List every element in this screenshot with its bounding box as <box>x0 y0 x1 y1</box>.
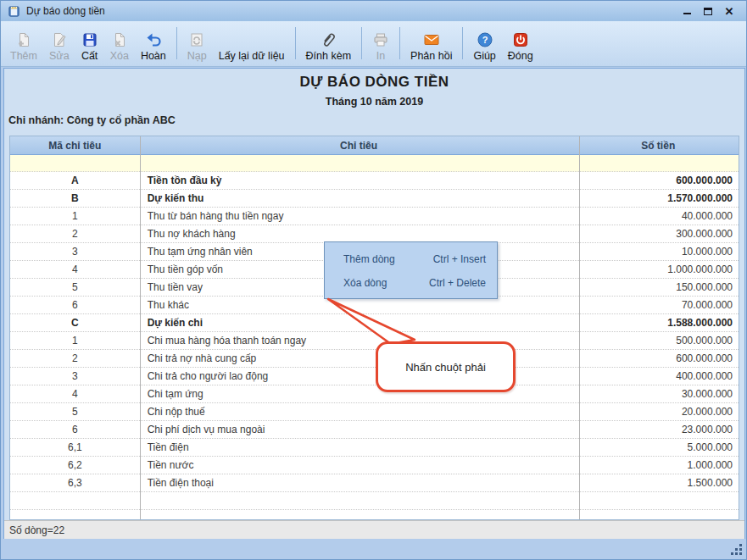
toolbar-separator <box>462 27 463 59</box>
titlebar: Dự báo dòng tiền ✕ <box>1 1 746 21</box>
reload-page-icon <box>188 31 205 48</box>
table-row-empty[interactable] <box>10 492 739 510</box>
table-row[interactable]: 2Thu nợ khách hàng300.000.000 <box>10 225 739 243</box>
minimize-button[interactable] <box>682 6 692 16</box>
printer-icon <box>372 31 389 48</box>
column-divider <box>579 136 580 519</box>
cell-name: Tiền nước <box>140 457 578 474</box>
cell-code: 5 <box>10 403 140 420</box>
toolbar-button-dong[interactable]: Đóng <box>502 24 539 63</box>
cell-code: 3 <box>10 368 140 385</box>
table-row[interactable]: 3Chi trả cho người lao động400.000.000 <box>10 368 739 385</box>
callout-bubble: Nhấn chuột phải <box>376 341 516 392</box>
status-bar: Số dòng=22 <box>4 520 744 539</box>
cell-code: 4 <box>10 261 140 278</box>
toolbar-label: Lấy lại dữ liệu <box>219 51 285 62</box>
table-row[interactable]: 2Chi trả nợ nhà cung cấp600.000.000 <box>10 350 739 368</box>
toolbar-button-them[interactable]: Thêm <box>4 24 43 63</box>
column-header-code[interactable]: Mã chỉ tiêu <box>10 136 140 154</box>
cell-name: Thu nợ khách hàng <box>140 225 578 242</box>
cell-amount: 500.000.000 <box>577 332 739 349</box>
toolbar-button-phan-hoi[interactable]: Phản hồi <box>404 24 458 63</box>
context-menu: Thêm dòng Ctrl + Insert Xóa dòng Ctrl + … <box>324 241 498 299</box>
cell-name: Chi nộp thuế <box>140 403 578 420</box>
toolbar-button-giup[interactable]: ? Giúp <box>467 24 501 63</box>
toolbar-label: Sửa <box>49 51 70 62</box>
cell-amount: 300.000.000 <box>577 225 739 242</box>
cell-code: 4 <box>10 385 140 402</box>
filter-row[interactable] <box>10 155 739 172</box>
toolbar-separator <box>399 27 400 59</box>
envelope-icon <box>423 31 440 48</box>
context-menu-item-add-row[interactable]: Thêm dòng Ctrl + Insert <box>343 252 486 266</box>
resize-grip-icon[interactable] <box>731 544 743 556</box>
table-row[interactable]: 4Chi tạm ứng30.000.000 <box>10 385 739 403</box>
toolbar-button-lay-lai-du-lieu[interactable]: Lấy lại dữ liệu <box>213 24 291 63</box>
paperclip-icon <box>320 31 337 48</box>
toolbar-button-nap[interactable]: Nạp <box>181 24 213 63</box>
grid-header: Mã chỉ tiêu Chỉ tiêu Số tiền <box>10 136 739 155</box>
table-row[interactable]: 5Chi nộp thuế20.000.000 <box>10 403 739 421</box>
cell-code: 1 <box>10 332 140 349</box>
toolbar-button-dinh-kem[interactable]: Đính kèm <box>300 24 358 63</box>
toolbar-button-hoan[interactable]: Hoàn <box>135 24 172 63</box>
callout-arrow <box>321 296 440 348</box>
toolbar-label: In <box>376 51 385 62</box>
cell-code: 2 <box>10 350 140 367</box>
callout-text: Nhấn chuột phải <box>405 361 486 374</box>
table-row[interactable]: 6,2Tiền nước1.000.000 <box>10 457 739 474</box>
toolbar-button-xoa[interactable]: Xóa <box>104 24 135 63</box>
delete-page-icon <box>111 31 128 48</box>
toolbar-button-sua[interactable]: Sửa <box>43 24 75 63</box>
toolbar-button-cat[interactable]: Cất <box>75 24 104 63</box>
cell-code: 6,2 <box>10 457 140 474</box>
toolbar-button-in[interactable]: In <box>366 24 395 63</box>
toolbar-label: Đính kèm <box>306 51 352 62</box>
menu-item-shortcut: Ctrl + Insert <box>433 253 486 265</box>
toolbar-label: Giúp <box>473 51 495 62</box>
cell-code: 3 <box>10 243 140 260</box>
undo-arrow-icon <box>145 31 162 48</box>
row-count-label: Số dòng=22 <box>9 524 64 536</box>
save-floppy-icon <box>81 31 98 48</box>
toolbar-separator <box>295 27 296 59</box>
close-button[interactable]: ✕ <box>724 6 734 16</box>
cell-code: 2 <box>10 225 140 242</box>
cell-amount: 23.000.000 <box>577 421 739 438</box>
column-header-name[interactable]: Chỉ tiêu <box>140 136 578 154</box>
menu-item-label: Xóa dòng <box>343 277 387 289</box>
app-window: Dự báo dòng tiền ✕ Thêm Sửa <box>0 0 747 560</box>
table-row[interactable]: 6,3Tiền điện thoại1.500.000 <box>10 474 739 492</box>
cell-code: 6 <box>10 297 140 313</box>
column-divider <box>140 136 141 519</box>
cell-code: 6,1 <box>10 439 140 456</box>
report-title: DỰ BÁO DÒNG TIỀN <box>4 74 744 91</box>
cell-code: 6,3 <box>10 474 140 491</box>
cell-amount: 40.000.000 <box>577 208 739 225</box>
maximize-button[interactable] <box>703 6 713 16</box>
column-header-amount[interactable]: Số tiền <box>577 136 739 154</box>
toolbar-label: Nạp <box>187 51 207 62</box>
table-row[interactable]: BDự kiến thu1.570.000.000 <box>10 190 739 208</box>
context-menu-item-delete-row[interactable]: Xóa dòng Ctrl + Delete <box>343 276 486 290</box>
table-row[interactable]: ATiền tồn đầu kỳ600.000.000 <box>10 172 739 190</box>
edit-page-icon <box>51 31 68 48</box>
table-row[interactable]: 1Thu từ bán hàng thu tiền ngay40.000.000 <box>10 208 739 225</box>
toolbar-label: Đóng <box>508 51 533 62</box>
cell-name: Dự kiến thu <box>140 190 578 207</box>
table-row-empty[interactable] <box>10 510 739 520</box>
cell-code: 5 <box>10 279 140 296</box>
toolbar-separator <box>176 27 177 59</box>
toolbar-label: Cất <box>81 51 98 62</box>
toolbar: Thêm Sửa Cất Xóa <box>1 21 746 67</box>
table-row[interactable]: 6,1Tiền điện5.000.000 <box>10 439 739 457</box>
cell-amount: 1.570.000.000 <box>577 190 739 207</box>
cell-code: 1 <box>10 208 140 225</box>
cell-name: Tiền điện <box>140 439 578 456</box>
svg-text:?: ? <box>482 35 488 45</box>
table-row[interactable]: 6Chi phí dịch vụ mua ngoài23.000.000 <box>10 421 739 439</box>
branch-label: Chi nhánh: Công ty cổ phần ABC <box>8 114 176 126</box>
window-title: Dự báo dòng tiền <box>26 5 105 17</box>
cell-amount: 5.000.000 <box>577 439 739 456</box>
toolbar-separator <box>361 27 362 59</box>
